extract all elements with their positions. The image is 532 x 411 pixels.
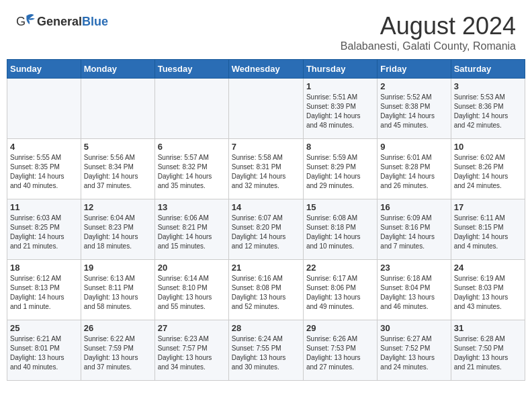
day-number: 15 [306,202,374,212]
day-info: Sunrise: 6:14 AMSunset: 8:10 PMDaylight:… [158,274,226,312]
day-info: Sunrise: 6:23 AMSunset: 7:57 PMDaylight:… [158,334,226,372]
table-row: 17Sunrise: 6:11 AMSunset: 8:15 PMDayligh… [451,199,525,260]
day-number: 11 [10,202,78,212]
day-info: Sunrise: 6:22 AMSunset: 7:59 PMDaylight:… [84,334,152,372]
day-info: Sunrise: 5:55 AMSunset: 8:35 PMDaylight:… [10,153,78,191]
table-row: 12Sunrise: 6:04 AMSunset: 8:23 PMDayligh… [81,199,154,260]
day-number: 28 [232,323,300,333]
calendar-week-row: 18Sunrise: 6:12 AMSunset: 8:13 PMDayligh… [7,260,525,320]
table-row: 30Sunrise: 6:27 AMSunset: 7:52 PMDayligh… [378,320,451,381]
day-number: 10 [454,142,522,152]
col-monday: Monday [81,60,154,79]
col-saturday: Saturday [451,60,525,79]
table-row: 1Sunrise: 5:51 AMSunset: 8:39 PMDaylight… [303,79,377,139]
table-row: 22Sunrise: 6:17 AMSunset: 8:06 PMDayligh… [303,260,377,320]
table-row: 10Sunrise: 6:02 AMSunset: 8:26 PMDayligh… [451,139,525,199]
logo-general-text: General [37,15,82,28]
day-number: 3 [454,81,522,91]
day-info: Sunrise: 6:06 AMSunset: 8:21 PMDaylight:… [158,214,226,251]
day-info: Sunrise: 6:07 AMSunset: 8:20 PMDaylight:… [232,214,300,251]
col-tuesday: Tuesday [154,60,228,79]
day-number: 24 [454,263,522,273]
day-info: Sunrise: 6:02 AMSunset: 8:26 PMDaylight:… [454,153,522,191]
header-row: Sunday Monday Tuesday Wednesday Thursday… [7,60,525,79]
day-number: 30 [380,323,447,333]
table-row: 25Sunrise: 6:21 AMSunset: 8:01 PMDayligh… [7,320,81,381]
table-row: 27Sunrise: 6:23 AMSunset: 7:57 PMDayligh… [154,320,228,381]
calendar-body: 1Sunrise: 5:51 AMSunset: 8:39 PMDaylight… [7,79,525,381]
day-number: 20 [158,263,226,273]
day-info: Sunrise: 6:18 AMSunset: 8:04 PMDaylight:… [380,274,447,312]
day-info: Sunrise: 6:26 AMSunset: 7:53 PMDaylight:… [306,334,374,372]
day-number: 18 [10,263,78,273]
day-number: 6 [158,142,226,152]
day-info: Sunrise: 6:11 AMSunset: 8:15 PMDaylight:… [454,214,522,251]
day-number: 16 [380,202,447,212]
logo: G GeneralBlue [16,12,108,31]
day-info: Sunrise: 5:56 AMSunset: 8:34 PMDaylight:… [84,153,152,191]
day-number: 14 [232,202,300,212]
calendar-week-row: 4Sunrise: 5:55 AMSunset: 8:35 PMDaylight… [7,139,525,199]
day-info: Sunrise: 6:28 AMSunset: 7:50 PMDaylight:… [454,334,522,372]
table-row: 4Sunrise: 5:55 AMSunset: 8:35 PMDaylight… [7,139,81,199]
day-info: Sunrise: 5:58 AMSunset: 8:31 PMDaylight:… [232,153,300,191]
day-number: 19 [84,263,152,273]
table-row: 24Sunrise: 6:19 AMSunset: 8:03 PMDayligh… [451,260,525,320]
location-subtitle: Balabanesti, Galati County, Romania [341,40,516,52]
day-number: 7 [232,142,300,152]
day-number: 1 [306,81,374,91]
day-info: Sunrise: 6:04 AMSunset: 8:23 PMDaylight:… [84,214,152,251]
table-row: 7Sunrise: 5:58 AMSunset: 8:31 PMDaylight… [228,139,303,199]
table-row: 5Sunrise: 5:56 AMSunset: 8:34 PMDaylight… [81,139,154,199]
table-row [228,79,303,139]
col-friday: Friday [378,60,451,79]
day-info: Sunrise: 6:17 AMSunset: 8:06 PMDaylight:… [306,274,374,312]
day-info: Sunrise: 6:24 AMSunset: 7:55 PMDaylight:… [232,334,300,372]
table-row: 13Sunrise: 6:06 AMSunset: 8:21 PMDayligh… [154,199,228,260]
table-row: 20Sunrise: 6:14 AMSunset: 8:10 PMDayligh… [154,260,228,320]
title-area: August 2024 Balabanesti, Galati County, … [341,12,516,52]
calendar-week-row: 1Sunrise: 5:51 AMSunset: 8:39 PMDaylight… [7,79,525,139]
calendar-table: Sunday Monday Tuesday Wednesday Thursday… [7,59,525,381]
day-number: 27 [158,323,226,333]
table-row: 3Sunrise: 5:53 AMSunset: 8:36 PMDaylight… [451,79,525,139]
table-row [81,79,154,139]
table-row: 6Sunrise: 5:57 AMSunset: 8:32 PMDaylight… [154,139,228,199]
col-wednesday: Wednesday [228,60,303,79]
month-year-title: August 2024 [341,12,516,40]
day-info: Sunrise: 6:01 AMSunset: 8:28 PMDaylight:… [380,153,447,191]
table-row: 2Sunrise: 5:52 AMSunset: 8:38 PMDaylight… [378,79,451,139]
table-row: 14Sunrise: 6:07 AMSunset: 8:20 PMDayligh… [228,199,303,260]
day-info: Sunrise: 6:16 AMSunset: 8:08 PMDaylight:… [232,274,300,312]
day-number: 2 [380,81,447,91]
table-row: 31Sunrise: 6:28 AMSunset: 7:50 PMDayligh… [451,320,525,381]
table-row [154,79,228,139]
calendar-week-row: 11Sunrise: 6:03 AMSunset: 8:25 PMDayligh… [7,199,525,260]
col-thursday: Thursday [303,60,377,79]
day-info: Sunrise: 6:12 AMSunset: 8:13 PMDaylight:… [10,274,78,312]
table-row: 11Sunrise: 6:03 AMSunset: 8:25 PMDayligh… [7,199,81,260]
day-info: Sunrise: 6:09 AMSunset: 8:16 PMDaylight:… [380,214,447,251]
calendar-week-row: 25Sunrise: 6:21 AMSunset: 8:01 PMDayligh… [7,320,525,381]
day-info: Sunrise: 6:21 AMSunset: 8:01 PMDaylight:… [10,334,78,372]
day-info: Sunrise: 6:03 AMSunset: 8:25 PMDaylight:… [10,214,78,251]
table-row: 8Sunrise: 5:59 AMSunset: 8:29 PMDaylight… [303,139,377,199]
day-number: 23 [380,263,447,273]
day-info: Sunrise: 5:51 AMSunset: 8:39 PMDaylight:… [306,93,374,130]
day-info: Sunrise: 6:13 AMSunset: 8:11 PMDaylight:… [84,274,152,312]
col-sunday: Sunday [7,60,81,79]
table-row: 28Sunrise: 6:24 AMSunset: 7:55 PMDayligh… [228,320,303,381]
day-number: 4 [10,142,78,152]
day-number: 21 [232,263,300,273]
day-number: 12 [84,202,152,212]
day-number: 9 [380,142,447,152]
day-info: Sunrise: 5:59 AMSunset: 8:29 PMDaylight:… [306,153,374,191]
table-row: 18Sunrise: 6:12 AMSunset: 8:13 PMDayligh… [7,260,81,320]
day-info: Sunrise: 6:08 AMSunset: 8:18 PMDaylight:… [306,214,374,251]
day-number: 25 [10,323,78,333]
day-info: Sunrise: 5:53 AMSunset: 8:36 PMDaylight:… [454,93,522,130]
table-row: 23Sunrise: 6:18 AMSunset: 8:04 PMDayligh… [378,260,451,320]
table-row [7,79,81,139]
table-row: 21Sunrise: 6:16 AMSunset: 8:08 PMDayligh… [228,260,303,320]
table-row: 29Sunrise: 6:26 AMSunset: 7:53 PMDayligh… [303,320,377,381]
